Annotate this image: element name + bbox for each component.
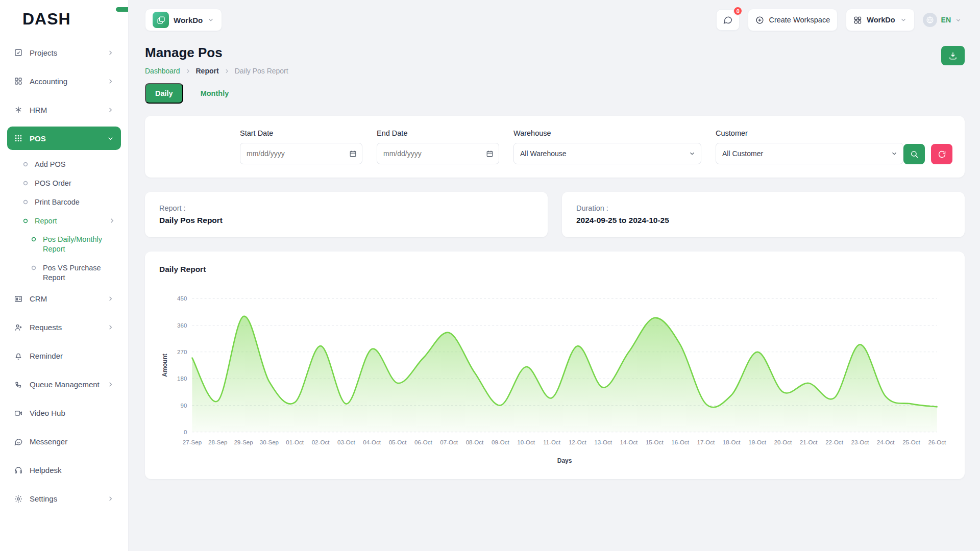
- sidebar-item-label: Video Hub: [30, 409, 65, 417]
- chart-title: Daily Report: [159, 265, 950, 274]
- svg-text:01-Oct: 01-Oct: [286, 439, 304, 445]
- svg-text:90: 90: [180, 403, 187, 409]
- report-label: Report :: [159, 204, 533, 212]
- circle-icon: [31, 236, 37, 242]
- duration-label: Duration :: [576, 204, 950, 212]
- queue-icon: [14, 380, 23, 389]
- warehouse-label: Warehouse: [513, 129, 701, 137]
- download-icon: [948, 51, 958, 60]
- accounting-icon: [14, 77, 23, 86]
- sidebar-item-label: Settings: [30, 494, 57, 503]
- report-value: Daily Pos Report: [159, 216, 533, 225]
- breadcrumb-separator-icon: [185, 68, 191, 74]
- chevron-right-icon: [107, 381, 114, 388]
- svg-text:10-Oct: 10-Oct: [517, 439, 535, 445]
- svg-text:14-Oct: 14-Oct: [620, 439, 638, 445]
- svg-text:180: 180: [177, 375, 187, 382]
- sidebar-item-pos-daily-monthly-report[interactable]: Pos Daily/Monthly Report: [7, 230, 121, 259]
- messages-button[interactable]: 0: [716, 9, 740, 31]
- start-date-input[interactable]: [240, 143, 362, 164]
- svg-text:16-Oct: 16-Oct: [671, 439, 689, 445]
- messages-badge: 0: [733, 6, 743, 16]
- sidebar-item-label: POS Order: [35, 179, 71, 188]
- svg-text:09-Oct: 09-Oct: [492, 439, 509, 445]
- sidebar-item-queue-management[interactable]: Queue Management: [7, 373, 121, 396]
- sidebar-item-pos-order[interactable]: POS Order: [7, 174, 121, 193]
- tab-daily[interactable]: Daily: [145, 83, 183, 104]
- page-content: Manage Pos Dashboard Report Daily Pos Re…: [129, 40, 980, 494]
- sidebar-item-video-hub[interactable]: Video Hub: [7, 402, 121, 425]
- svg-text:05-Oct: 05-Oct: [389, 439, 407, 445]
- tab-monthly[interactable]: Monthly: [198, 89, 232, 98]
- circle-icon: [22, 218, 29, 224]
- sidebar-item-helpdesk[interactable]: Helpdesk: [7, 459, 121, 482]
- circle-icon: [22, 199, 29, 205]
- svg-text:0: 0: [184, 429, 187, 435]
- customer-label: Customer: [716, 129, 903, 137]
- breadcrumb: Dashboard Report Daily Pos Report: [145, 67, 288, 75]
- create-workspace-button[interactable]: Create Workspace: [748, 9, 838, 31]
- sidebar-item-label: Report: [35, 216, 57, 226]
- sidebar-item-pos-vs-purchase-report[interactable]: Pos VS Purchase Report: [7, 259, 121, 287]
- end-date-label: End Date: [377, 129, 499, 137]
- page-title: Manage Pos: [145, 45, 288, 61]
- sidebar-item-accounting[interactable]: Accounting: [7, 69, 121, 93]
- breadcrumb-separator-icon: [224, 68, 230, 74]
- start-date-label: Start Date: [240, 129, 362, 137]
- sidebar-item-hrm[interactable]: HRM: [7, 98, 121, 121]
- sidebar-item-reminder[interactable]: Reminder: [7, 344, 121, 368]
- circle-icon: [22, 161, 29, 167]
- sidebar-item-print-barcode[interactable]: Print Barcode: [7, 193, 121, 212]
- requests-icon: [14, 323, 23, 332]
- chevron-right-icon: [107, 295, 114, 303]
- svg-text:13-Oct: 13-Oct: [594, 439, 612, 445]
- svg-text:29-Sep: 29-Sep: [234, 439, 253, 445]
- customer-select[interactable]: All Customer: [716, 143, 903, 164]
- download-button[interactable]: [941, 46, 965, 65]
- filter-card: Start Date End Date Warehouse: [145, 116, 965, 178]
- sidebar: DASH ProjectsAccountingHRMPOSAdd POSPOS …: [0, 0, 129, 551]
- svg-text:23-Oct: 23-Oct: [851, 439, 869, 445]
- svg-text:19-Oct: 19-Oct: [748, 439, 766, 445]
- svg-text:11-Oct: 11-Oct: [543, 439, 561, 445]
- plus-circle-icon: [755, 16, 764, 24]
- sidebar-item-messenger[interactable]: Messenger: [7, 430, 121, 454]
- sidebar-item-label: Pos VS Purchase Report: [43, 263, 110, 283]
- workdo-apps-button[interactable]: WorkDo: [846, 9, 914, 31]
- chevron-down-icon: [955, 17, 962, 23]
- breadcrumb-report[interactable]: Report: [196, 67, 219, 75]
- sidebar-item-label: Messenger: [30, 437, 67, 446]
- workspace-icon: [153, 12, 169, 28]
- sidebar-item-pos[interactable]: POS: [7, 127, 121, 150]
- chat-icon: [723, 15, 733, 25]
- search-icon: [910, 150, 919, 159]
- brand-logo[interactable]: DASH: [0, 0, 128, 38]
- breadcrumb-dashboard[interactable]: Dashboard: [145, 67, 180, 75]
- svg-text:Amount: Amount: [161, 354, 168, 377]
- pos-icon: [14, 134, 23, 143]
- warehouse-select[interactable]: All Warehouse: [513, 143, 701, 164]
- report-tabs: Daily Monthly: [145, 83, 965, 104]
- language-code: EN: [941, 16, 951, 24]
- sidebar-item-report[interactable]: Report: [7, 212, 121, 231]
- workspace-selector[interactable]: WorkDo: [145, 9, 222, 31]
- sidebar-item-projects[interactable]: Projects: [7, 41, 121, 64]
- sidebar-item-requests[interactable]: Requests: [7, 316, 121, 339]
- search-button[interactable]: [903, 144, 925, 164]
- sidebar-item-add-pos[interactable]: Add POS: [7, 155, 121, 174]
- sidebar-item-label: Reminder: [30, 352, 63, 360]
- video-icon: [14, 409, 23, 418]
- reminder-icon: [14, 352, 23, 361]
- helpdesk-icon: [14, 466, 23, 475]
- sidebar-item-label: Helpdesk: [30, 466, 62, 474]
- sidebar-item-settings[interactable]: Settings: [7, 487, 121, 511]
- end-date-input[interactable]: [377, 143, 499, 164]
- reset-filter-button[interactable]: [931, 144, 952, 164]
- svg-text:270: 270: [177, 349, 187, 355]
- svg-text:17-Oct: 17-Oct: [697, 439, 715, 445]
- sidebar-item-crm[interactable]: CRM: [7, 287, 121, 311]
- summary-row: Report : Daily Pos Report Duration : 202…: [145, 192, 965, 237]
- sidebar-item-label: Accounting: [30, 77, 67, 86]
- language-selector[interactable]: EN: [923, 13, 962, 27]
- sidebar-item-label: Queue Management: [30, 380, 100, 389]
